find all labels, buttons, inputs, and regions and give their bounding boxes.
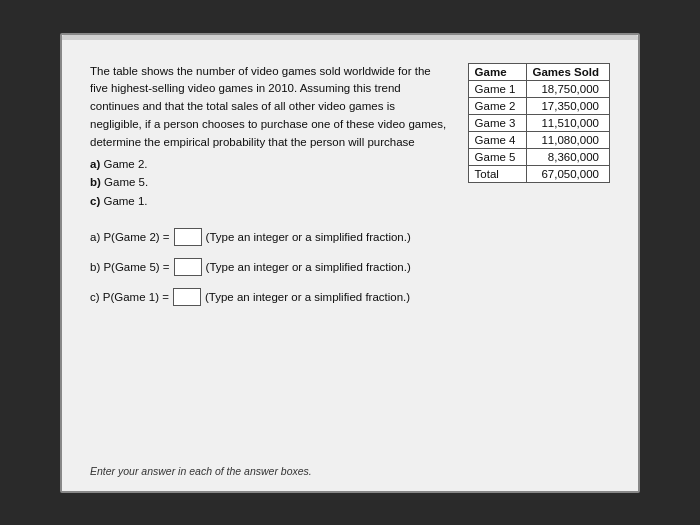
table-row: Total67,050,000	[468, 165, 609, 182]
screen: The table shows the number of video game…	[60, 33, 640, 493]
table-row: Game 311,510,000	[468, 114, 609, 131]
sales-cell: 17,350,000	[526, 97, 609, 114]
table-row: Game 118,750,000	[468, 80, 609, 97]
game-name-cell: Game 2	[468, 97, 526, 114]
game-name-cell: Game 1	[468, 80, 526, 97]
col-header-game: Game	[468, 63, 526, 80]
answer-row-a: a) P(Game 2) = (Type an integer or a sim…	[90, 228, 610, 246]
table-row: Game 411,080,000	[468, 131, 609, 148]
answer-b-label: b) P(Game 5) =	[90, 261, 170, 273]
option-c: c) Game 1.	[90, 193, 450, 211]
answer-row-b: b) P(Game 5) = (Type an integer or a sim…	[90, 258, 610, 276]
answer-a-label: a) P(Game 2) =	[90, 231, 170, 243]
table-row: Game 58,360,000	[468, 148, 609, 165]
sales-cell: 11,080,000	[526, 131, 609, 148]
problem-paragraph: The table shows the number of video game…	[90, 63, 450, 152]
content-area: The table shows the number of video game…	[90, 63, 610, 213]
footer-text: Enter your answer in each of the answer …	[90, 465, 312, 477]
answer-c-label: c) P(Game 1) =	[90, 291, 169, 303]
option-b: b) Game 5.	[90, 174, 450, 192]
game-name-cell: Game 3	[468, 114, 526, 131]
answer-c-input[interactable]	[173, 288, 201, 306]
games-table: Game Games Sold Game 118,750,000Game 217…	[468, 63, 610, 183]
table-container: Game Games Sold Game 118,750,000Game 217…	[468, 63, 610, 213]
answer-c-hint: (Type an integer or a simplified fractio…	[205, 291, 410, 303]
answers-section: a) P(Game 2) = (Type an integer or a sim…	[90, 228, 610, 306]
sales-cell: 8,360,000	[526, 148, 609, 165]
option-a: a) Game 2.	[90, 156, 450, 174]
answer-a-hint: (Type an integer or a simplified fractio…	[206, 231, 411, 243]
answer-b-hint: (Type an integer or a simplified fractio…	[206, 261, 411, 273]
answer-b-input[interactable]	[174, 258, 202, 276]
sales-cell: 67,050,000	[526, 165, 609, 182]
sales-cell: 18,750,000	[526, 80, 609, 97]
game-name-cell: Game 5	[468, 148, 526, 165]
sales-cell: 11,510,000	[526, 114, 609, 131]
top-border	[62, 35, 638, 40]
options: a) Game 2. b) Game 5. c) Game 1.	[90, 156, 450, 211]
answer-row-c: c) P(Game 1) = (Type an integer or a sim…	[90, 288, 610, 306]
col-header-sold: Games Sold	[526, 63, 609, 80]
problem-text: The table shows the number of video game…	[90, 63, 450, 213]
table-row: Game 217,350,000	[468, 97, 609, 114]
game-name-cell: Total	[468, 165, 526, 182]
game-name-cell: Game 4	[468, 131, 526, 148]
answer-a-input[interactable]	[174, 228, 202, 246]
